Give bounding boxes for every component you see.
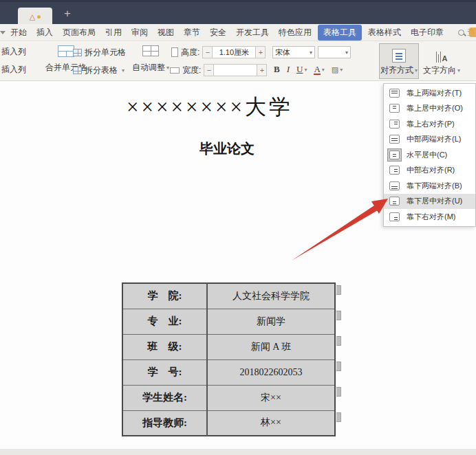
alignment-option-iconwrap bbox=[387, 118, 402, 131]
new-tab-button[interactable]: + bbox=[61, 6, 74, 21]
alignment-option-label: 靠下居中对齐(U) bbox=[407, 196, 462, 206]
menu-tab[interactable]: 引用 bbox=[100, 25, 127, 41]
alignment-menu-item[interactable]: 靠下两端对齐(B) bbox=[384, 178, 475, 194]
alignment-option-iconwrap bbox=[387, 164, 402, 177]
alignment-option-label: 靠上居中对齐(O) bbox=[407, 103, 463, 113]
row-height-stepper: − 1.10厘米 + bbox=[202, 46, 266, 58]
dropdown-caret-icon: ▾ bbox=[322, 67, 325, 73]
menu-bar: 开始插入页面布局引用审阅视图章节安全开发工具特色应用 表格工具 表格样式电子印章… bbox=[0, 24, 476, 41]
table-row[interactable]: 指导教师: 林×× bbox=[122, 410, 335, 436]
menu-tab-table-tools[interactable]: 表格工具 bbox=[318, 25, 362, 41]
cover-info-table[interactable]: 学 院: 人文社会科学学院 专 业: 新闻学 班 级: 新闻 A 班 学 号: … bbox=[122, 282, 336, 436]
text-direction-label: 文字方向 bbox=[423, 65, 456, 76]
alignment-button[interactable]: 对齐方式 ▾ bbox=[379, 43, 419, 79]
alignment-option-iconwrap bbox=[387, 195, 402, 208]
alignment-option-icon bbox=[389, 89, 400, 98]
underline-label: U bbox=[296, 64, 303, 75]
split-cells-button[interactable]: 拆分单元格 bbox=[73, 47, 126, 58]
row-resize-handle[interactable] bbox=[336, 311, 341, 320]
shading-button[interactable]: ▨ ▾ bbox=[332, 65, 343, 74]
menu-tab[interactable]: 电子印章 bbox=[406, 25, 448, 41]
alignment-menu-item[interactable]: 靠上居中对齐(O) bbox=[384, 101, 475, 117]
field-value-cell[interactable]: 新闻学 bbox=[207, 309, 335, 334]
width-value-input[interactable] bbox=[214, 64, 257, 76]
menu-tab[interactable]: 插入 bbox=[32, 25, 58, 41]
alignment-menu-item[interactable]: 中部右对齐(R) bbox=[384, 163, 475, 179]
alignment-menu-item[interactable]: 靠下右对齐(M) bbox=[384, 209, 475, 225]
field-value-cell[interactable]: 宋×× bbox=[207, 385, 335, 410]
field-value-cell[interactable]: 2018022602053 bbox=[207, 359, 335, 385]
alignment-menu-item[interactable]: 靠下居中对齐(U) bbox=[384, 194, 475, 210]
font-family-select[interactable]: 宋体 ▾ bbox=[272, 46, 315, 58]
alignment-menu-item[interactable]: 靠上两端对齐(T) bbox=[384, 85, 475, 101]
font-size-select[interactable]: ▾ bbox=[318, 46, 351, 58]
unsaved-dot-icon bbox=[37, 15, 41, 19]
row-resize-handle[interactable] bbox=[336, 285, 341, 295]
menu-tab[interactable]: 开始 bbox=[6, 25, 32, 41]
alignment-menu-item[interactable]: 靠上右对齐(P) bbox=[384, 116, 475, 132]
font-color-button[interactable]: A ▾ bbox=[314, 65, 324, 75]
alignment-menu-item[interactable]: 水平居中(C) bbox=[384, 147, 475, 163]
document-tab[interactable]: △ bbox=[18, 8, 52, 26]
col-width-icon bbox=[170, 67, 180, 74]
share-icon[interactable] bbox=[469, 27, 476, 37]
height-decrease-button[interactable]: − bbox=[202, 46, 213, 58]
field-label-cell[interactable]: 指导教师: bbox=[122, 410, 207, 436]
height-increase-button[interactable]: + bbox=[255, 46, 266, 58]
menu-tab[interactable]: 视图 bbox=[153, 25, 179, 41]
alignment-menu-item[interactable]: 中部两端对齐(L) bbox=[384, 132, 475, 148]
table-row[interactable]: 学 院: 人文社会科学学院 bbox=[122, 283, 335, 309]
chevron-down-icon: ▾ bbox=[345, 49, 348, 56]
document-title: ××××××××大学 bbox=[0, 93, 420, 122]
menu-tab[interactable]: 特色应用 bbox=[274, 25, 316, 41]
field-label-cell[interactable]: 班 级: bbox=[122, 334, 207, 359]
menu-tab[interactable]: 表格样式 bbox=[363, 25, 406, 41]
chevron-down-icon bbox=[0, 31, 6, 34]
dropdown-caret-icon: ▾ bbox=[415, 67, 418, 74]
row-resize-handle[interactable] bbox=[336, 336, 341, 346]
row-resize-handle[interactable] bbox=[336, 387, 341, 397]
table-row[interactable]: 学 号: 2018022602053 bbox=[122, 359, 335, 385]
col-width-label: 宽度: bbox=[182, 65, 201, 76]
table-row[interactable]: 学生姓名: 宋×× bbox=[122, 385, 335, 410]
table-row[interactable]: 班 级: 新闻 A 班 bbox=[122, 334, 335, 359]
row-resize-handle[interactable] bbox=[336, 362, 341, 371]
menu-tab[interactable]: 审阅 bbox=[127, 25, 153, 41]
italic-button[interactable]: I bbox=[287, 64, 290, 75]
file-menu-caret[interactable] bbox=[0, 31, 6, 34]
field-value-cell[interactable]: 人文社会科学学院 bbox=[207, 283, 335, 309]
alignment-option-label: 中部右对齐(R) bbox=[407, 165, 455, 175]
col-width-control: 宽度: − + bbox=[170, 64, 267, 76]
insert-column-bottom-button[interactable]: 插入列 bbox=[1, 64, 26, 76]
bold-button[interactable]: B bbox=[274, 64, 280, 75]
underline-button[interactable]: U ▾ bbox=[296, 64, 307, 75]
field-label-cell[interactable]: 专 业: bbox=[122, 309, 207, 334]
autofit-button[interactable]: 自动调整 ▾ bbox=[131, 45, 171, 74]
alignment-option-iconwrap bbox=[387, 102, 402, 115]
alignment-option-icon bbox=[389, 166, 400, 175]
field-label-cell[interactable]: 学 号: bbox=[122, 359, 207, 385]
insert-column-label: 插入列 bbox=[1, 46, 26, 58]
split-table-button[interactable]: 拆分表格 ▾ bbox=[73, 65, 125, 76]
height-value-input[interactable]: 1.10厘米 bbox=[213, 46, 255, 58]
alignment-dropdown-menu: 靠上两端对齐(T) 靠上居中对齐(O) 靠上右对齐(P) 中部两端对齐(L) bbox=[383, 83, 476, 227]
field-value-cell[interactable]: 新闻 A 班 bbox=[207, 334, 335, 359]
field-label-cell[interactable]: 学 院: bbox=[122, 283, 207, 309]
col-width-stepper: − + bbox=[204, 64, 267, 76]
menu-tab[interactable]: 安全 bbox=[205, 25, 231, 41]
alignment-option-label: 水平居中(C) bbox=[407, 150, 447, 160]
row-resize-handle[interactable] bbox=[336, 412, 341, 422]
row-height-label: 高度: bbox=[181, 47, 199, 58]
width-decrease-button[interactable]: − bbox=[204, 64, 214, 76]
menu-tab[interactable]: 章节 bbox=[179, 25, 205, 41]
alignment-option-icon bbox=[389, 104, 400, 113]
menu-tab[interactable]: 开发工具 bbox=[231, 25, 274, 41]
field-value-cell[interactable]: 林×× bbox=[207, 410, 335, 436]
field-label-cell[interactable]: 学生姓名: bbox=[122, 385, 207, 410]
menu-tab[interactable]: 页面布局 bbox=[58, 25, 100, 41]
table-row[interactable]: 专 业: 新闻学 bbox=[122, 309, 335, 334]
insert-column-top-button[interactable]: 插入列 bbox=[1, 46, 26, 58]
width-increase-button[interactable]: + bbox=[257, 64, 267, 76]
table-tools-ribbon: 插入列 插入列 合并单元格 拆分单元格 拆分表格 ▾ 自动调整 ▾ 高度: − … bbox=[0, 41, 476, 81]
text-direction-button[interactable]: A 文字方向 ▾ bbox=[422, 43, 462, 79]
